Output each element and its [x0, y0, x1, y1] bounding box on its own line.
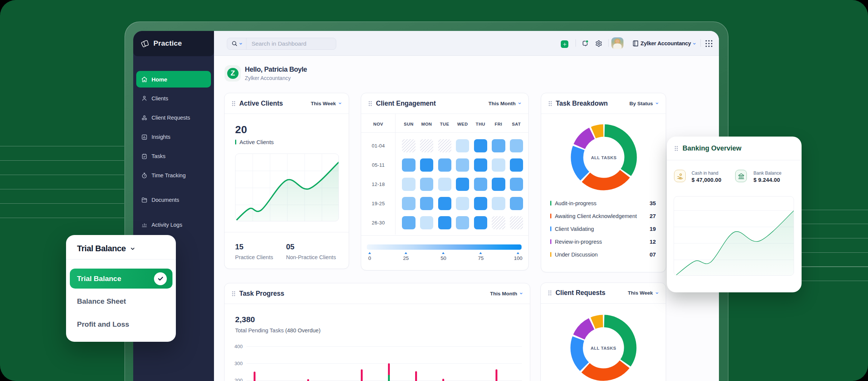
svg-text:ALL TASKS: ALL TASKS — [591, 155, 617, 160]
svg-text:ALL TASKS: ALL TASKS — [591, 346, 616, 350]
